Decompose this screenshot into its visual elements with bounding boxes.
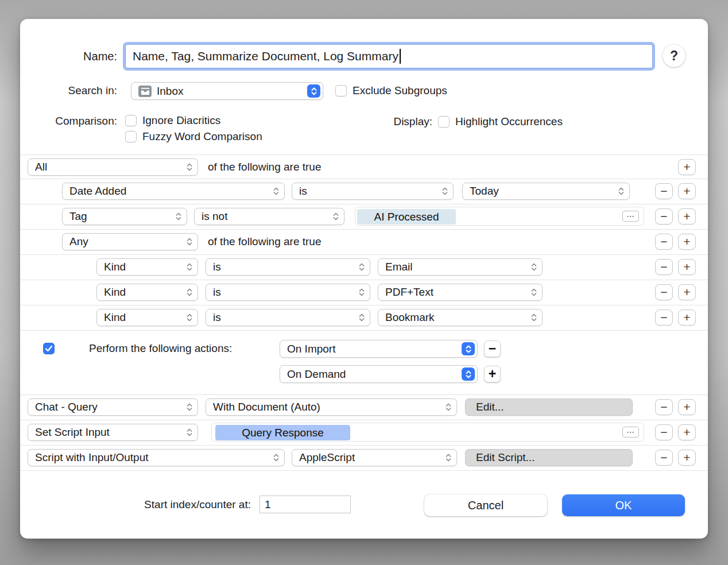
name-input-value: Name, Tag, Summarize Document, Log Summa…: [133, 49, 398, 63]
remove-action-button[interactable]: −: [655, 424, 673, 440]
up-down-chevrons-icon: [187, 262, 192, 272]
script-language-select[interactable]: AppleScript: [292, 449, 457, 466]
up-down-chevrons-icon: [187, 313, 192, 322]
group-operator-select[interactable]: Any: [62, 233, 198, 250]
group-operator-select[interactable]: All: [28, 158, 198, 176]
operator-select[interactable]: is: [206, 309, 370, 326]
add-action-button[interactable]: +: [678, 399, 696, 415]
remove-condition-button[interactable]: −: [655, 234, 673, 250]
attribute-select[interactable]: Date Added: [62, 183, 285, 200]
popup-value: Set Script Input: [35, 426, 183, 439]
popup-value: Bookmark: [385, 311, 528, 324]
popup-value: Email: [385, 261, 528, 273]
value-select[interactable]: Email: [378, 258, 543, 276]
popup-value: Chat - Query: [35, 401, 183, 413]
token-options-button[interactable]: ⋯: [622, 427, 639, 438]
remove-condition-button[interactable]: −: [655, 208, 673, 225]
cancel-button[interactable]: Cancel: [424, 494, 547, 516]
row-divider: [20, 154, 708, 155]
event-trigger-select[interactable]: On Import: [280, 340, 478, 358]
perform-actions-checkbox[interactable]: [43, 343, 55, 354]
exclude-subgroups-label: Exclude Subgroups: [353, 84, 447, 97]
attribute-select[interactable]: Tag: [62, 208, 187, 225]
operator-select[interactable]: is: [292, 183, 454, 200]
remove-condition-button[interactable]: −: [655, 284, 673, 300]
remove-action-button[interactable]: −: [655, 399, 673, 415]
comparison-label: Comparison:: [31, 115, 117, 127]
up-down-chevrons-icon: [359, 262, 365, 272]
token-options-button[interactable]: ⋯: [622, 211, 639, 222]
action-select[interactable]: Chat - Query: [28, 398, 198, 416]
add-condition-button[interactable]: +: [678, 183, 696, 199]
attribute-select[interactable]: Kind: [96, 284, 198, 301]
event-trigger-select[interactable]: On Demand: [280, 365, 478, 383]
operator-select[interactable]: is: [206, 284, 370, 301]
display-label: Display:: [381, 115, 432, 128]
highlight-occurrences-checkbox[interactable]: [438, 116, 450, 127]
remove-condition-button[interactable]: −: [655, 309, 673, 326]
popup-value: is not: [202, 210, 330, 223]
inbox-icon: [138, 86, 152, 97]
ignore-diacritics-checkbox[interactable]: [125, 115, 137, 126]
up-down-chevrons-icon: [462, 367, 475, 381]
up-down-chevrons-icon: [187, 237, 192, 246]
popup-value: Tag: [69, 210, 172, 223]
start-index-label: Start index/counter at:: [115, 498, 251, 511]
value-select[interactable]: Bookmark: [378, 309, 543, 326]
ok-button[interactable]: OK: [562, 494, 685, 516]
popup-value: is: [213, 311, 355, 324]
row-divider: [20, 470, 708, 471]
ignore-diacritics-label: Ignore Diacritics: [142, 114, 220, 127]
up-down-chevrons-icon: [359, 288, 365, 297]
start-index-input[interactable]: [260, 496, 351, 513]
add-condition-button[interactable]: +: [678, 259, 696, 275]
row-divider: [20, 394, 708, 395]
add-condition-button[interactable]: +: [678, 234, 696, 250]
popup-value: is: [299, 185, 439, 198]
operator-select[interactable]: is not: [194, 208, 344, 225]
add-condition-button[interactable]: +: [678, 159, 696, 175]
row-divider: [20, 445, 708, 446]
up-down-chevrons-icon: [333, 212, 339, 221]
exclude-subgroups-checkbox[interactable]: [335, 85, 347, 96]
add-condition-button[interactable]: +: [678, 284, 696, 300]
tag-token[interactable]: AI Processed: [357, 209, 456, 225]
value-select[interactable]: Today: [462, 183, 630, 200]
popup-value: All: [35, 161, 183, 173]
remove-action-button[interactable]: −: [655, 450, 673, 466]
attribute-select[interactable]: Kind: [96, 309, 198, 326]
up-down-chevrons-icon: [273, 453, 279, 462]
add-condition-button[interactable]: +: [678, 208, 696, 225]
add-action-button[interactable]: +: [678, 450, 696, 466]
action-mode-select[interactable]: With Document (Auto): [206, 398, 457, 416]
remove-condition-button[interactable]: −: [655, 183, 673, 199]
popup-value: Any: [69, 235, 183, 248]
up-down-chevrons-icon: [187, 288, 192, 297]
add-condition-button[interactable]: +: [678, 309, 696, 326]
highlight-occurrences-label: Highlight Occurrences: [455, 115, 563, 128]
row-divider: [20, 179, 708, 179]
search-in-select[interactable]: Inbox: [131, 82, 323, 100]
help-button[interactable]: ?: [663, 44, 686, 67]
up-down-chevrons-icon: [187, 162, 192, 172]
operator-select[interactable]: is: [206, 258, 370, 276]
name-label: Name:: [42, 50, 117, 63]
fuzzy-word-checkbox[interactable]: [125, 131, 137, 142]
value-select[interactable]: PDF+Text: [378, 284, 543, 301]
action-select[interactable]: Set Script Input: [28, 424, 198, 441]
up-down-chevrons-icon: [187, 403, 192, 412]
up-down-chevrons-icon: [446, 403, 451, 412]
placeholder-token[interactable]: Query Response: [215, 425, 350, 440]
remove-condition-button[interactable]: −: [655, 259, 673, 275]
edit-button[interactable]: Edit...: [465, 398, 633, 416]
remove-event-button[interactable]: −: [484, 340, 501, 357]
add-event-button[interactable]: +: [484, 366, 501, 382]
popup-value: Kind: [104, 261, 183, 273]
action-select[interactable]: Script with Input/Output: [28, 449, 285, 466]
name-input[interactable]: Name, Tag, Summarize Document, Log Summa…: [125, 44, 653, 68]
popup-value: Kind: [104, 311, 183, 324]
add-action-button[interactable]: +: [678, 424, 696, 440]
edit-script-button[interactable]: Edit Script...: [465, 449, 633, 466]
attribute-select[interactable]: Kind: [96, 258, 198, 276]
row-divider: [20, 305, 708, 305]
